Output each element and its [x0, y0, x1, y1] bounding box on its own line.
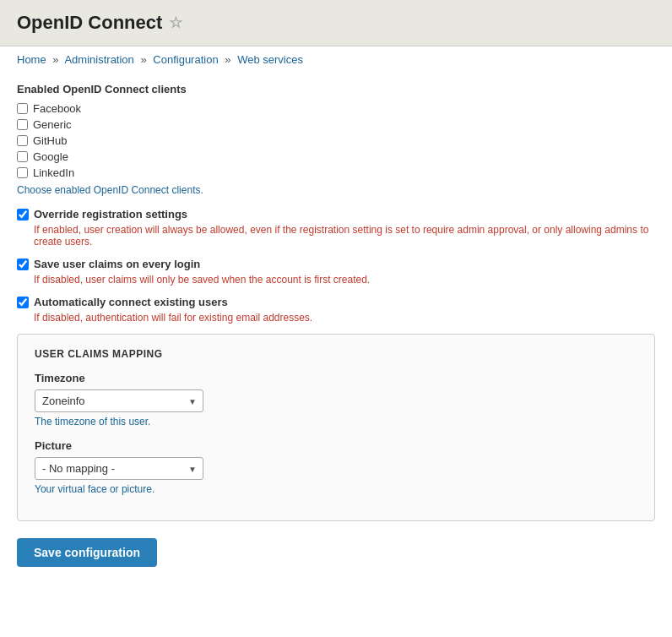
client-github-checkbox[interactable]	[17, 135, 28, 146]
clients-section-title: Enabled OpenID Connect clients	[17, 83, 655, 95]
override-registration-checkbox[interactable]	[17, 209, 29, 220]
title-text: OpenID Connect	[17, 12, 162, 34]
user-claims-mapping-box: USER CLAIMS MAPPING Timezone Zoneinfo UT…	[17, 334, 655, 521]
auto-connect-checkbox[interactable]	[17, 297, 29, 308]
picture-select[interactable]: - No mapping - picture avatar	[35, 457, 203, 480]
client-google-label: Google	[33, 150, 68, 163]
star-icon[interactable]: ☆	[169, 14, 182, 32]
client-generic-label: Generic	[33, 118, 72, 131]
auto-connect-desc: If disabled, authentication will fail fo…	[34, 312, 655, 324]
override-registration-desc: If enabled, user creation will always be…	[34, 224, 655, 248]
breadcrumb-configuration[interactable]: Configuration	[153, 53, 218, 66]
timezone-label: Timezone	[35, 372, 637, 384]
client-linkedin[interactable]: LinkedIn	[17, 166, 655, 179]
client-linkedin-label: LinkedIn	[33, 166, 74, 179]
client-github[interactable]: GitHub	[17, 134, 655, 147]
client-facebook-checkbox[interactable]	[17, 103, 28, 114]
client-facebook[interactable]: Facebook	[17, 102, 655, 115]
picture-select-wrapper: - No mapping - picture avatar	[35, 457, 203, 480]
client-facebook-label: Facebook	[33, 102, 81, 115]
timezone-hint: The timezone of this user.	[35, 416, 637, 427]
client-generic-checkbox[interactable]	[17, 119, 28, 130]
client-generic[interactable]: Generic	[17, 118, 655, 131]
option-save-user-claims: Save user claims on every login If disab…	[17, 258, 655, 286]
picture-hint: Your virtual face or picture.	[35, 483, 637, 495]
option-auto-connect: Automatically connect existing users If …	[17, 296, 655, 324]
page-header: OpenID Connect ☆	[0, 0, 672, 46]
save-user-claims-checkbox[interactable]	[17, 259, 29, 270]
option-override-registration: Override registration settings If enable…	[17, 208, 655, 248]
auto-connect-label: Automatically connect existing users	[34, 296, 228, 308]
timezone-select-wrapper: Zoneinfo UTC Local	[35, 389, 203, 412]
page-title: OpenID Connect ☆	[17, 12, 655, 34]
client-google[interactable]: Google	[17, 150, 655, 163]
client-google-checkbox[interactable]	[17, 151, 28, 162]
mapping-title: USER CLAIMS MAPPING	[35, 348, 637, 360]
main-content: Enabled OpenID Connect clients Facebook …	[0, 73, 672, 584]
save-user-claims-desc: If disabled, user claims will only be sa…	[34, 274, 655, 286]
picture-label: Picture	[35, 439, 637, 452]
breadcrumb-web-services[interactable]: Web services	[237, 53, 303, 66]
breadcrumb-administration[interactable]: Administration	[64, 53, 133, 66]
save-configuration-button[interactable]: Save configuration	[17, 538, 157, 567]
clients-list: Facebook Generic GitHub Google LinkedIn	[17, 102, 655, 179]
breadcrumb-home[interactable]: Home	[17, 53, 46, 66]
client-linkedin-checkbox[interactable]	[17, 167, 28, 178]
override-registration-label: Override registration settings	[34, 208, 187, 220]
clients-hint: Choose enabled OpenID Connect clients.	[17, 184, 655, 196]
breadcrumb: Home » Administration » Configuration » …	[0, 46, 672, 73]
save-user-claims-label: Save user claims on every login	[34, 258, 200, 270]
timezone-select[interactable]: Zoneinfo UTC Local	[35, 389, 203, 412]
client-github-label: GitHub	[33, 134, 67, 147]
